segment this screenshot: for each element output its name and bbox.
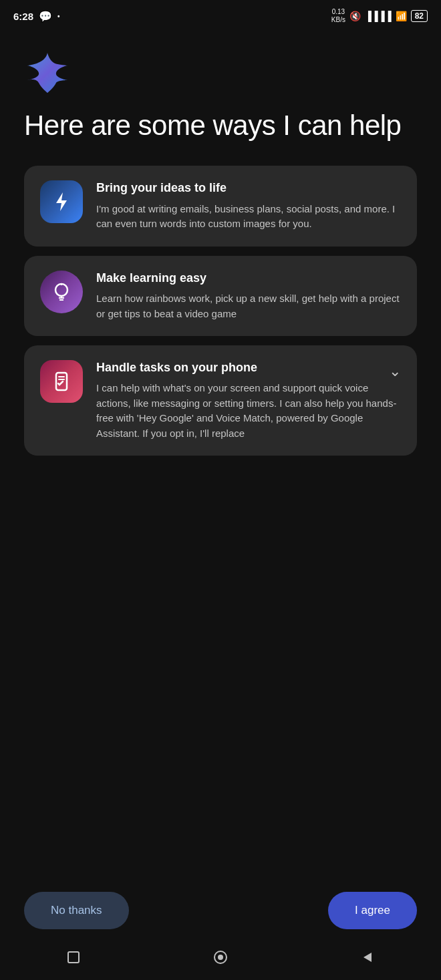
svg-point-1 xyxy=(55,284,67,296)
svg-rect-9 xyxy=(58,376,65,377)
card-icon-lightning xyxy=(40,180,83,223)
bottom-buttons: No thanks I agree xyxy=(0,881,441,940)
card-icon-lightbulb xyxy=(40,271,83,313)
svg-point-13 xyxy=(218,955,223,960)
svg-marker-0 xyxy=(56,192,67,211)
card-text-learning: Make learning easy Learn how rainbows wo… xyxy=(96,271,401,321)
status-bar: 6:28 💬 • 0.13KB/s 🔇 ▐▐▐▐ 📶 82 xyxy=(0,0,441,29)
gemini-logo xyxy=(24,49,71,96)
card-title-ideas: Bring your ideas to life xyxy=(96,180,401,196)
card-title-tasks: Handle tasks on your phone xyxy=(96,360,384,375)
nav-square-icon[interactable] xyxy=(64,948,83,967)
signal-icon: ▐▐▐▐ xyxy=(365,11,392,21)
card-desc-tasks: I can help with what's on your screen an… xyxy=(96,381,401,441)
no-thanks-button[interactable]: No thanks xyxy=(24,892,129,929)
headline: Here are some ways I can help xyxy=(24,110,417,142)
kb-speed: 0.13KB/s xyxy=(331,8,345,24)
nav-bar xyxy=(0,940,441,980)
whatsapp-icon: 💬 xyxy=(39,10,52,23)
main-content: Here are some ways I can help Bring your… xyxy=(0,110,441,456)
card-icon-phone xyxy=(40,360,83,403)
card-tasks: Handle tasks on your phone ⌄ I can help … xyxy=(24,345,417,456)
nav-back-icon[interactable] xyxy=(358,948,377,967)
status-left: 6:28 💬 • xyxy=(13,10,60,23)
chevron-down-icon[interactable]: ⌄ xyxy=(384,363,401,380)
card-ideas: Bring your ideas to life I'm good at wri… xyxy=(24,166,417,246)
status-dot: • xyxy=(57,13,60,20)
card-desc-ideas: I'm good at writing emails, business pla… xyxy=(96,202,401,232)
mute-icon: 🔇 xyxy=(349,11,361,21)
card-desc-learning: Learn how rainbows work, pick up a new s… xyxy=(96,291,401,321)
cards-container: Bring your ideas to life I'm good at wri… xyxy=(24,166,417,456)
svg-rect-10 xyxy=(58,379,65,380)
battery-level: 82 xyxy=(411,10,428,22)
card-text-tasks: Handle tasks on your phone ⌄ I can help … xyxy=(96,360,401,441)
card-title-learning: Make learning easy xyxy=(96,271,401,286)
card-learning: Make learning easy Learn how rainbows wo… xyxy=(24,256,417,336)
wifi-icon: 📶 xyxy=(396,11,407,21)
agree-button[interactable]: I agree xyxy=(328,892,417,929)
nav-circle-icon[interactable] xyxy=(211,948,230,967)
svg-rect-11 xyxy=(68,952,79,963)
card-text-ideas: Bring your ideas to life I'm good at wri… xyxy=(96,180,401,231)
status-right: 0.13KB/s 🔇 ▐▐▐▐ 📶 82 xyxy=(331,8,428,24)
svg-marker-14 xyxy=(363,953,372,962)
svg-rect-8 xyxy=(56,373,67,390)
status-time: 6:28 xyxy=(13,11,33,22)
